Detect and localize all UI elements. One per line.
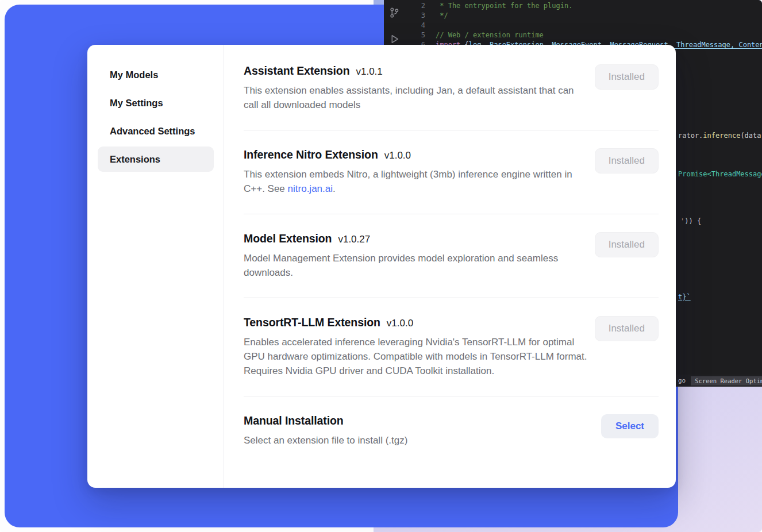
settings-sidebar: My Models My Settings Advanced Settings …: [87, 45, 224, 488]
sidebar-item-my-settings[interactable]: My Settings: [98, 90, 214, 115]
sidebar-item-advanced-settings[interactable]: Advanced Settings: [98, 118, 214, 144]
extension-version: v1.0.1: [356, 66, 382, 78]
extension-description: Model Management Extension provides mode…: [244, 251, 587, 280]
extension-entry: Model Extension v1.0.27 Model Management…: [244, 214, 659, 298]
screen-reader-status-chip[interactable]: Screen Reader Optimized: [691, 376, 762, 385]
code-fragment: ')) {: [680, 217, 701, 225]
extension-description: This extension embeds Nitro, a lightweig…: [244, 167, 587, 196]
sidebar-item-extensions[interactable]: Extensions: [98, 147, 214, 172]
extension-title: TensortRT-LLM Extension: [244, 316, 380, 329]
code-line: 2 * The entrypoint for the plugin.: [405, 1, 762, 11]
installed-button-nitro[interactable]: Installed: [595, 148, 659, 174]
code-line: 5 // Web / extension runtime: [405, 30, 762, 40]
line-number: 4: [405, 21, 425, 30]
extension-title: Model Extension: [244, 232, 332, 245]
extension-entry: TensortRT-LLM Extension v1.0.0 Enables a…: [244, 298, 659, 396]
extension-version: v1.0.0: [387, 318, 413, 329]
desktop: 2 * The entrypoint for the plugin. 3 */ …: [0, 0, 762, 532]
extension-version: v1.0.27: [338, 234, 370, 245]
extension-description: This extension enables assistants, inclu…: [244, 83, 587, 112]
sidebar-item-my-models[interactable]: My Models: [98, 62, 214, 87]
line-number: 5: [405, 30, 425, 40]
extension-entry: Assistant Extension v1.0.1 This extensio…: [244, 64, 659, 130]
extension-entry: Inference Nitro Extension v1.0.0 This ex…: [244, 130, 659, 214]
manual-installation-entry: Manual Installation Select an extension …: [244, 396, 659, 465]
line-number: 2: [405, 1, 425, 11]
code-editor[interactable]: 2 * The entrypoint for the plugin. 3 */ …: [405, 1, 762, 50]
nitro-jan-ai-link[interactable]: nitro.jan.ai: [288, 183, 333, 194]
run-debug-icon[interactable]: [388, 33, 400, 45]
extension-description: Select an extension file to install (.tg…: [244, 433, 407, 448]
select-file-button[interactable]: Select: [601, 414, 659, 438]
code-line: 3 */: [405, 11, 762, 21]
extension-title: Inference Nitro Extension: [244, 148, 378, 161]
code-fragment: t}`: [678, 293, 691, 301]
settings-modal: My Models My Settings Advanced Settings …: [87, 45, 676, 488]
code-fragment: rator.inference(data));: [678, 132, 762, 140]
installed-button-model[interactable]: Installed: [595, 232, 659, 257]
source-control-icon[interactable]: [388, 7, 400, 18]
extensions-panel: Assistant Extension v1.0.1 This extensio…: [224, 45, 676, 488]
installed-button-assistant[interactable]: Installed: [595, 64, 659, 90]
extension-title: Assistant Extension: [244, 64, 349, 78]
code-fragment: Promise<ThreadMessage>: [678, 170, 762, 178]
extension-description: Enables accelerated inference leveraging…: [244, 335, 587, 378]
installed-button-tensorrt[interactable]: Installed: [595, 316, 659, 341]
line-number: 3: [405, 11, 425, 21]
extension-version: v1.0.0: [384, 150, 411, 161]
extension-title: Manual Installation: [244, 414, 344, 427]
status-text: go: [678, 377, 686, 384]
code-line: 4: [405, 21, 762, 30]
